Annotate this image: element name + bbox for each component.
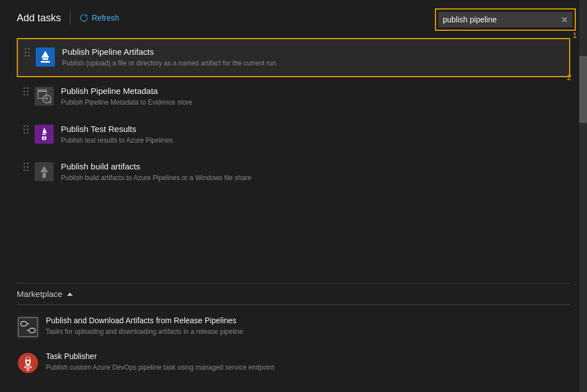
marketplace-item-name: Task Publisher xyxy=(46,352,564,361)
search-area: ✕ 1 xyxy=(435,8,576,31)
artifacts-marketplace-icon xyxy=(17,316,39,338)
task-icon-publish-pipeline-metadata: ? xyxy=(34,86,54,106)
svg-rect-5 xyxy=(38,91,46,92)
task-icon-publish-test-results xyxy=(34,124,54,144)
marketplace-info-publisher: Task Publisher Publish custom Azure DevO… xyxy=(46,352,564,372)
drag-handle xyxy=(23,125,29,134)
task-item-publish-test-results[interactable]: Publish Test Results Publish test result… xyxy=(17,116,570,153)
header-left: Add tasks Refresh xyxy=(17,11,119,25)
task-icon-publish-pipeline-artifacts xyxy=(35,47,55,67)
refresh-label: Refresh xyxy=(92,13,119,22)
svg-rect-3 xyxy=(41,61,50,63)
svg-point-27 xyxy=(27,361,30,364)
marketplace-header[interactable]: Marketplace xyxy=(17,283,570,305)
marketplace-item-task-publisher[interactable]: Task Publisher Publish custom Azure DevO… xyxy=(17,345,570,381)
task-name: Publish Pipeline Metadata xyxy=(61,86,564,96)
task-info-publish-pipeline-metadata: Publish Pipeline Metadata Publish Pipeli… xyxy=(61,86,564,107)
tasks-list: Publish Pipeline Artifacts Publish (uplo… xyxy=(17,38,587,277)
main-container: Add tasks Refresh ✕ 1 xyxy=(0,0,587,392)
scrollbar-thumb[interactable] xyxy=(579,56,587,123)
marketplace-item-publish-download-artifacts[interactable]: Publish and Download Artifacts from Rele… xyxy=(17,309,570,345)
task-icon-publish-build-artifacts xyxy=(34,162,54,182)
svg-rect-12 xyxy=(42,134,46,135)
drag-handle xyxy=(23,163,29,171)
publish-build-artifacts-icon xyxy=(35,162,54,181)
task-item-publish-pipeline-metadata[interactable]: ? Publish Pipeline Metadata Publish Pipe… xyxy=(17,78,570,115)
task-item-publish-pipeline-artifacts[interactable]: Publish Pipeline Artifacts Publish (uplo… xyxy=(17,38,570,77)
refresh-button[interactable]: Refresh xyxy=(79,13,119,22)
search-input-wrapper: ✕ xyxy=(438,12,572,27)
refresh-icon xyxy=(79,13,88,22)
scrollbar[interactable] xyxy=(579,0,587,392)
marketplace-item-name: Publish and Download Artifacts from Rele… xyxy=(46,316,564,325)
page-title: Add tasks xyxy=(17,12,61,24)
header-divider xyxy=(70,11,70,25)
search-number-badge: 1 xyxy=(572,31,577,40)
marketplace-item-desc: Tasks for uploading and downloading arti… xyxy=(46,327,564,337)
task-name: Publish Test Results xyxy=(61,124,564,134)
drag-handle xyxy=(25,48,30,56)
task-desc: Publish (upload) a file or directory as … xyxy=(62,59,562,68)
publish-test-results-icon xyxy=(35,125,54,144)
svg-point-30 xyxy=(26,366,30,371)
task-info-publish-pipeline-artifacts: Publish Pipeline Artifacts Publish (uplo… xyxy=(62,47,562,68)
marketplace-section: Marketplace Publish and Download Artifac… xyxy=(17,283,587,381)
svg-rect-2 xyxy=(42,58,48,60)
task-desc: Publish Pipeline Metadata to Evidence st… xyxy=(61,98,564,107)
task-desc: Publish build artifacts to Azure Pipelin… xyxy=(61,173,564,183)
marketplace-icon-artifacts xyxy=(17,316,39,338)
marketplace-icon-publisher xyxy=(17,352,39,374)
task-info-publish-build-artifacts: Publish build artifacts Publish build ar… xyxy=(61,162,564,183)
publisher-marketplace-icon xyxy=(17,352,39,374)
marketplace-title: Marketplace xyxy=(17,289,63,299)
marketplace-info-artifacts: Publish and Download Artifacts from Rele… xyxy=(46,316,564,337)
task-desc: Publish test results to Azure Pipelines xyxy=(61,136,564,145)
marketplace-collapse-icon xyxy=(67,292,73,296)
svg-rect-18 xyxy=(17,316,39,338)
search-input[interactable] xyxy=(438,12,556,27)
publish-pipeline-artifacts-icon xyxy=(36,48,55,67)
search-clear-button[interactable]: ✕ xyxy=(556,12,572,27)
marketplace-item-desc: Publish custom Azure DevOps pipeline tas… xyxy=(46,363,564,372)
task-name: Publish build artifacts xyxy=(61,162,564,171)
drag-handle xyxy=(23,87,29,96)
publish-pipeline-metadata-icon: ? xyxy=(35,87,54,106)
task-name: Publish Pipeline Artifacts xyxy=(62,47,562,56)
task-item-publish-build-artifacts[interactable]: Publish build artifacts Publish build ar… xyxy=(17,154,570,191)
svg-rect-17 xyxy=(42,173,46,178)
svg-text:?: ? xyxy=(45,97,48,102)
task-info-publish-test-results: Publish Test Results Publish test result… xyxy=(61,124,564,145)
